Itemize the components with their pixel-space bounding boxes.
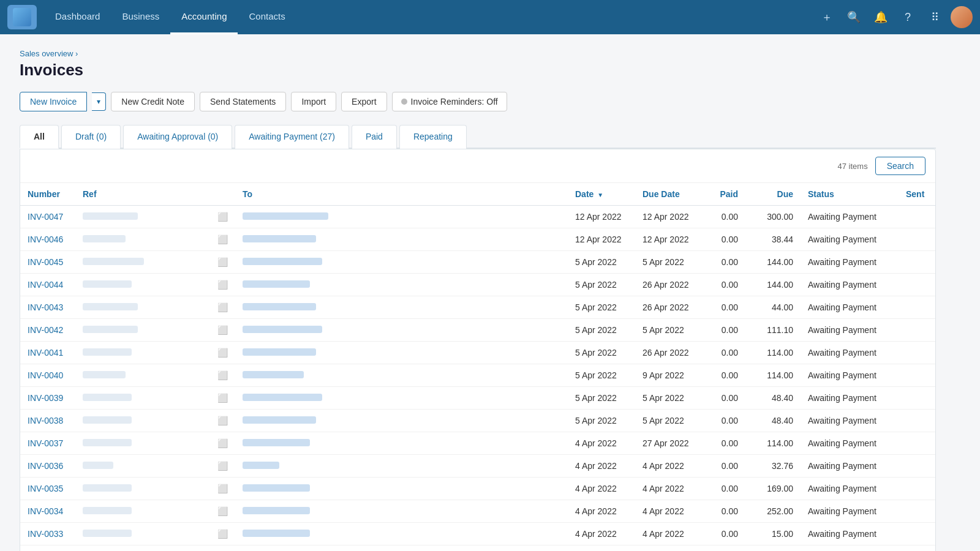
- import-button[interactable]: Import: [291, 92, 336, 111]
- copy-icon[interactable]: ⬜: [210, 410, 235, 432]
- invoice-to[interactable]: [235, 364, 568, 387]
- invoice-to[interactable]: [235, 410, 568, 432]
- table-row: INV-0039 ⬜ 5 Apr 2022 5 Apr 2022 0.00 48…: [20, 387, 935, 410]
- copy-icon[interactable]: ⬜: [210, 274, 235, 296]
- nav-contacts[interactable]: Contacts: [238, 0, 296, 34]
- table-row: INV-0047 ⬜ 12 Apr 2022 12 Apr 2022 0.00 …: [20, 206, 935, 228]
- col-header-ref[interactable]: Ref: [75, 183, 210, 206]
- invoice-due-date: 27 Apr 2022: [635, 432, 703, 455]
- col-header-due-date[interactable]: Due Date: [635, 183, 703, 206]
- invoice-number[interactable]: INV-0046: [20, 228, 75, 251]
- table-row: INV-0037 ⬜ 4 Apr 2022 27 Apr 2022 0.00 1…: [20, 432, 935, 455]
- tab-awaiting-payment[interactable]: Awaiting Payment (27): [235, 125, 349, 149]
- copy-icon[interactable]: ⬜: [210, 455, 235, 478]
- new-credit-note-button[interactable]: New Credit Note: [111, 92, 195, 111]
- invoice-ref: [75, 251, 210, 274]
- new-invoice-dropdown-button[interactable]: ▾: [92, 92, 106, 111]
- invoice-status: Awaiting Payment: [801, 432, 899, 455]
- col-header-sent[interactable]: Sent: [899, 183, 935, 206]
- copy-icon[interactable]: ⬜: [210, 251, 235, 274]
- invoice-sent: [899, 251, 935, 274]
- add-button[interactable]: ＋: [816, 6, 838, 28]
- notifications-button[interactable]: 🔔: [870, 6, 892, 28]
- invoice-to[interactable]: [235, 478, 568, 500]
- tab-draft[interactable]: Draft (0): [61, 125, 121, 149]
- invoice-number[interactable]: INV-0042: [20, 319, 75, 342]
- col-header-date[interactable]: Date ▼: [568, 183, 635, 206]
- copy-icon[interactable]: ⬜: [210, 432, 235, 455]
- copy-icon[interactable]: ⬜: [210, 296, 235, 319]
- invoice-to[interactable]: [235, 319, 568, 342]
- invoice-to[interactable]: [235, 545, 568, 552]
- tab-repeating[interactable]: Repeating: [399, 125, 467, 149]
- col-header-paid[interactable]: Paid: [703, 183, 745, 206]
- invoice-paid: 0.00: [703, 545, 745, 552]
- copy-icon[interactable]: ⬜: [210, 206, 235, 228]
- copy-icon[interactable]: ⬜: [210, 342, 235, 364]
- tab-awaiting-approval[interactable]: Awaiting Approval (0): [123, 125, 232, 149]
- col-header-number[interactable]: Number: [20, 183, 75, 206]
- invoice-ref: [75, 410, 210, 432]
- invoice-sent: [899, 410, 935, 432]
- invoice-to[interactable]: [235, 274, 568, 296]
- logo[interactable]: [7, 5, 37, 29]
- invoice-status: Awaiting Payment: [801, 206, 899, 228]
- tab-all[interactable]: All: [20, 125, 59, 149]
- search-button-nav[interactable]: 🔍: [843, 6, 865, 28]
- invoice-to[interactable]: [235, 500, 568, 523]
- invoice-to[interactable]: [235, 251, 568, 274]
- invoice-status: Awaiting Payment: [801, 296, 899, 319]
- copy-icon[interactable]: ⬜: [210, 523, 235, 545]
- search-table-button[interactable]: Search: [875, 157, 925, 175]
- tab-paid[interactable]: Paid: [352, 125, 397, 149]
- invoice-reminders-button[interactable]: Invoice Reminders: Off: [392, 92, 507, 111]
- send-statements-button[interactable]: Send Statements: [200, 92, 286, 111]
- invoice-to[interactable]: [235, 228, 568, 251]
- invoice-to[interactable]: [235, 342, 568, 364]
- user-avatar[interactable]: [951, 6, 973, 28]
- export-button[interactable]: Export: [341, 92, 386, 111]
- col-header-to[interactable]: To: [235, 183, 568, 206]
- copy-icon[interactable]: ⬜: [210, 387, 235, 410]
- invoice-number[interactable]: INV-0040: [20, 364, 75, 387]
- invoice-number[interactable]: INV-0036: [20, 455, 75, 478]
- breadcrumb[interactable]: Sales overview ›: [20, 49, 936, 58]
- copy-icon[interactable]: ⬜: [210, 545, 235, 552]
- col-header-status[interactable]: Status: [801, 183, 899, 206]
- invoice-to[interactable]: [235, 455, 568, 478]
- new-invoice-button[interactable]: New Invoice: [20, 92, 87, 111]
- invoice-sent: [899, 455, 935, 478]
- invoice-number[interactable]: INV-0032: [20, 545, 75, 552]
- nav-dashboard[interactable]: Dashboard: [44, 0, 111, 34]
- invoice-number[interactable]: INV-0044: [20, 274, 75, 296]
- invoice-to[interactable]: [235, 296, 568, 319]
- invoice-number[interactable]: INV-0033: [20, 523, 75, 545]
- invoice-ref: [75, 342, 210, 364]
- invoice-to[interactable]: [235, 432, 568, 455]
- invoice-to[interactable]: [235, 206, 568, 228]
- invoice-number[interactable]: INV-0035: [20, 478, 75, 500]
- invoice-number[interactable]: INV-0047: [20, 206, 75, 228]
- invoice-number[interactable]: INV-0038: [20, 410, 75, 432]
- invoice-number[interactable]: INV-0034: [20, 500, 75, 523]
- copy-icon[interactable]: ⬜: [210, 478, 235, 500]
- copy-icon[interactable]: ⬜: [210, 500, 235, 523]
- copy-icon[interactable]: ⬜: [210, 319, 235, 342]
- copy-icon[interactable]: ⬜: [210, 228, 235, 251]
- apps-button[interactable]: ⠿: [924, 6, 946, 28]
- invoice-to[interactable]: [235, 523, 568, 545]
- invoice-to[interactable]: [235, 387, 568, 410]
- help-button[interactable]: ?: [897, 6, 919, 28]
- nav-business[interactable]: Business: [111, 0, 170, 34]
- invoice-ref: [75, 432, 210, 455]
- invoice-date: 5 Apr 2022: [568, 387, 635, 410]
- invoice-number[interactable]: INV-0037: [20, 432, 75, 455]
- invoice-number[interactable]: INV-0039: [20, 387, 75, 410]
- nav-accounting[interactable]: Accounting: [170, 0, 238, 34]
- invoice-number[interactable]: INV-0041: [20, 342, 75, 364]
- invoice-due-amount: 114.00: [745, 364, 801, 387]
- col-header-due[interactable]: Due: [745, 183, 801, 206]
- copy-icon[interactable]: ⬜: [210, 364, 235, 387]
- invoice-number[interactable]: INV-0045: [20, 251, 75, 274]
- invoice-number[interactable]: INV-0043: [20, 296, 75, 319]
